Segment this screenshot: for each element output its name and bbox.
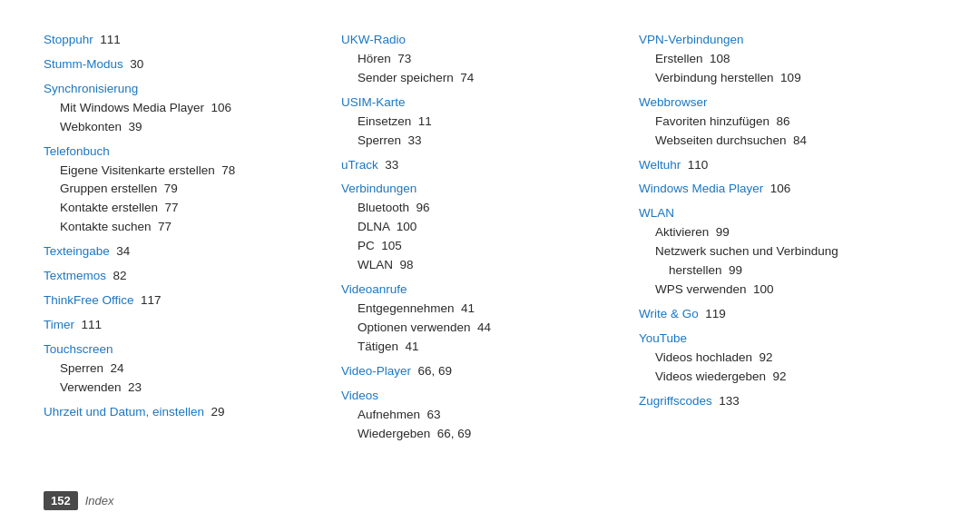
sub-entry-page: 79: [164, 182, 178, 195]
index-entry: Windows Media Player 106: [639, 180, 918, 199]
index-entry: TouchscreenSperren 24Verwenden 23: [44, 340, 323, 398]
entry-header: YouTube: [639, 331, 687, 345]
entry-page: 133: [719, 394, 740, 408]
entry-header: uTrack 33: [341, 158, 398, 172]
entry-page: 119: [705, 307, 726, 320]
index-entry: WLANAktivieren 99Netzwerk suchen und Ver…: [639, 204, 918, 300]
sub-entry: Aufnehmen 63: [341, 406, 621, 425]
index-entry: Texteingabe 34: [44, 242, 323, 261]
sub-entry-page: 24: [111, 361, 124, 375]
sub-entry-page: 23: [128, 380, 142, 394]
sub-entry-page: 92: [773, 369, 787, 383]
footer-page-number: 152: [44, 491, 78, 510]
sub-entry: PC 105: [341, 237, 621, 256]
index-entry: Uhrzeit und Datum, einstellen 29: [44, 403, 323, 422]
entry-page: 117: [141, 293, 162, 307]
sub-entry-page: 86: [777, 114, 790, 128]
sub-entry-page: 33: [408, 133, 422, 147]
sub-entry: Erstellen 108: [639, 50, 918, 69]
entry-page: 29: [211, 405, 225, 419]
entry-page: 66, 69: [418, 364, 453, 378]
index-entry: SynchronisierungMit Windows Media Player…: [44, 80, 323, 137]
col2: UKW-RadioHören 73Sender speichern 74USIM…: [341, 25, 639, 480]
footer-label: Index: [85, 494, 114, 507]
sub-entry: Videos wiedergeben 92: [639, 368, 918, 387]
entry-page: 82: [113, 269, 127, 282]
sub-entry: Kontakte suchen 77: [44, 218, 323, 237]
index-entry: VideosAufnehmen 63Wiedergeben 66, 69: [341, 387, 621, 444]
col3: VPN-VerbindungenErstellen 108Verbindung …: [639, 25, 936, 480]
index-entry: Textmemos 82: [44, 267, 323, 286]
entry-header: Webbrowser: [639, 95, 708, 109]
entry-header: Stoppuhr 111: [44, 33, 121, 46]
sub-entry: Videos hochladen 92: [639, 349, 918, 368]
sub-entry-page: 100: [753, 282, 774, 296]
index-entry: UKW-RadioHören 73Sender speichern 74: [341, 31, 621, 88]
sub-entry: DLNA 100: [341, 218, 621, 237]
entry-header: Write & Go 119: [639, 307, 726, 320]
index-entry: USIM-KarteEinsetzen 11Sperren 33: [341, 94, 621, 151]
sub-entry: Aktivieren 99: [639, 223, 918, 242]
entry-header: Video-Player 66, 69: [341, 364, 452, 378]
sub-entry-page: 39: [129, 120, 142, 133]
sub-entry-page: 100: [397, 220, 417, 233]
sub-entry-page: 105: [381, 239, 402, 252]
sub-entry-page: 74: [460, 71, 474, 84]
index-entry: ThinkFree Office 117: [44, 291, 323, 310]
sub-entry: Tätigen 41: [341, 338, 621, 357]
entry-header: Videoanrufe: [341, 282, 407, 296]
sub-entry-page: 98: [400, 258, 414, 271]
sub-entry-page: 77: [158, 220, 172, 233]
sub-entry: Verwenden 23: [44, 379, 323, 398]
sub-entry: Einsetzen 11: [341, 113, 621, 132]
index-entry: TelefonbuchEigene Visitenkarte erstellen…: [44, 143, 323, 238]
entry-header: UKW-Radio: [341, 33, 406, 46]
index-entry: Weltuhr 110: [639, 156, 918, 175]
entry-header: Uhrzeit und Datum, einstellen 29: [44, 405, 225, 419]
entry-header: Windows Media Player 106: [639, 182, 790, 195]
sub-entry: WPS verwenden 100: [639, 281, 918, 300]
entry-header: VPN-Verbindungen: [639, 33, 744, 46]
sub-entry: Kontakte erstellen 77: [44, 199, 323, 218]
sub-entry-page: 99: [716, 225, 730, 239]
sub-entry: Verbindung herstellen 109: [639, 69, 918, 88]
sub-entry-page: 44: [477, 320, 491, 334]
sub-entry: Sperren 24: [44, 360, 323, 379]
entry-header: Zugriffscodes 133: [639, 394, 740, 408]
sub-entry: Optionen verwenden 44: [341, 319, 621, 338]
entry-page: 111: [100, 33, 121, 46]
sub-entry-page: 108: [710, 52, 730, 65]
entry-header: Texteingabe 34: [44, 244, 130, 258]
entry-header: Weltuhr 110: [639, 158, 708, 172]
entry-header: Videos: [341, 389, 378, 402]
sub-entry: Entgegennehmen 41: [341, 300, 621, 319]
entry-header: Touchscreen: [44, 342, 113, 356]
sub-entry: Eigene Visitenkarte erstellen 78: [44, 162, 323, 181]
sub-entry-page: 78: [221, 163, 235, 177]
entry-header: ThinkFree Office 117: [44, 293, 162, 307]
sub-entry: Sperren 33: [341, 132, 621, 151]
sub-entry-page: 99: [729, 263, 742, 277]
sub-entry-page: 106: [211, 101, 232, 114]
entry-header: Timer 111: [44, 318, 102, 331]
index-entry: WebbrowserFavoriten hinzufügen 86Webseit…: [639, 94, 918, 151]
col1: Stoppuhr 111Stumm-Modus 30Synchronisieru…: [44, 25, 341, 480]
index-entry: Stumm-Modus 30: [44, 55, 323, 74]
sub-entry: Wiedergeben 66, 69: [341, 425, 621, 444]
sub-entry: Favoriten hinzufügen 86: [639, 113, 918, 132]
index-entry: Timer 111: [44, 316, 323, 335]
entry-header: Synchronisierung: [44, 82, 138, 95]
sub-entry-page: 11: [418, 114, 432, 128]
sub-entry: Bluetooth 96: [341, 199, 621, 218]
index-entry: Write & Go 119: [639, 305, 918, 324]
entry-header: WLAN: [639, 206, 674, 220]
sub-entry-page: 73: [397, 52, 411, 65]
sub-entry: Gruppen erstellen 79: [44, 180, 323, 199]
sub-entry-page: 63: [427, 408, 441, 421]
entry-header: USIM-Karte: [341, 95, 406, 109]
sub-entry: Hören 73: [341, 50, 621, 69]
index-entry: YouTubeVideos hochladen 92Videos wiederg…: [639, 330, 918, 387]
index-entry: Stoppuhr 111: [44, 31, 323, 50]
entry-page: 106: [770, 182, 791, 195]
sub-entry-page: 77: [165, 201, 179, 214]
